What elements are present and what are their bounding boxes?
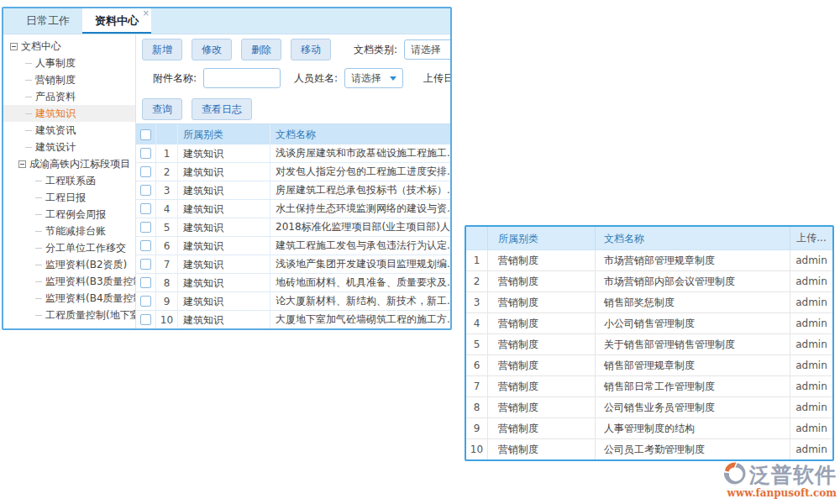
index-column-header: [466, 227, 488, 249]
tree-node-supervision-b4[interactable]: 监理资料(B4质量控制): [3, 290, 135, 307]
tree-node-label: 人事制度: [35, 56, 76, 71]
tree-node-supervision-b2[interactable]: 监理资料(B2资质): [3, 256, 135, 273]
table-row[interactable]: 10 营销制度 公司员工考勤管理制度 admin: [466, 439, 832, 460]
tree-node-energy-ledger[interactable]: 节能减排台账: [3, 223, 135, 239]
table-row[interactable]: 8 建筑知识 地砖地面材料、机具准备、质量要求及...: [136, 274, 452, 292]
chevron-down-icon: [390, 76, 396, 81]
table-row[interactable]: 6 建筑知识 建筑工程施工发包与承包违法行为认定...: [136, 237, 452, 255]
tree-node-building-knowledge[interactable]: 建筑知识: [3, 105, 135, 122]
tree-node-supervision-b3[interactable]: 监理资料(B3质量控制): [3, 273, 135, 290]
table-row[interactable]: 9 建筑知识 论大厦新材料、新结构、新技术，新工...: [136, 292, 452, 311]
tree-node-project-root[interactable]: 成渝高铁内江标段项目: [3, 155, 135, 172]
tree-line: [25, 63, 32, 64]
tree-line: [35, 231, 42, 232]
tree-node-project-letter[interactable]: 工程联系函: [3, 172, 135, 189]
tree-line: [35, 298, 42, 299]
row-checkbox[interactable]: [140, 240, 151, 251]
row-checkbox[interactable]: [140, 314, 151, 325]
tree-node-label: 工程例会周报: [45, 207, 106, 222]
table-row[interactable]: 5 营销制度 关于销售部管理销售管理制度 admin: [466, 334, 832, 355]
tree-node-label: 节能减排台账: [45, 224, 106, 239]
doc-type-select[interactable]: 请选择: [404, 39, 452, 60]
document-list-pane: 新增 修改 删除 移动 文档类别: 请选择 文档 附件名称: 人员姓名: 请选择: [136, 34, 452, 328]
tree-node-label: 营销制度: [35, 73, 76, 87]
tab-daily-work[interactable]: 日常工作: [13, 8, 82, 34]
person-name-select[interactable]: 请选择: [344, 68, 403, 88]
tree-node-daily-report[interactable]: 工程日报: [3, 189, 135, 206]
view-log-button[interactable]: 查看日志: [192, 98, 252, 120]
tree-line: [25, 113, 32, 114]
tree-node-label: 工程日报: [45, 191, 86, 205]
doc-type-value: 请选择: [411, 43, 441, 57]
tree-line: [25, 97, 32, 97]
table-row[interactable]: 2 建筑知识 对发包人指定分包的工程施工进度安排...: [136, 163, 452, 181]
tree-line: [25, 147, 32, 148]
delete-button[interactable]: 删除: [241, 39, 281, 60]
tree-node-marketing-rules[interactable]: 营销制度: [3, 71, 135, 88]
marketing-documents-table: 所属别类 文档名称 上传... 1 营销制度 市场营销部管理规章制度 admin…: [465, 225, 834, 461]
row-checkbox[interactable]: [140, 222, 151, 233]
select-all-checkbox[interactable]: [140, 129, 151, 140]
close-icon[interactable]: ×: [143, 9, 150, 18]
toolbar-row: 新增 修改 删除 移动 文档类别: 请选择 文档: [142, 39, 452, 60]
table-row[interactable]: 8 营销制度 公司销售业务员管理制度 admin: [466, 397, 832, 418]
row-checkbox[interactable]: [140, 148, 151, 159]
table-row[interactable]: 4 建筑知识 水土保持生态环境监测网络的建设与资...: [136, 200, 452, 218]
document-table-header: 所属别类 文档名称: [136, 124, 452, 144]
index-column-header: [156, 124, 178, 144]
table-row[interactable]: 5 建筑知识 2018标准化监理项目部(业主项目部)人员...: [136, 218, 452, 237]
tree-node-product-data[interactable]: 产品资料: [3, 88, 135, 105]
fanpu-logo-icon: [721, 461, 748, 490]
tree-node-label: 文档中心: [21, 39, 61, 54]
table-row[interactable]: 1 建筑知识 浅谈房屋建筑和市政基础设施工程施工...: [136, 144, 452, 163]
row-checkbox[interactable]: [140, 277, 151, 288]
tree-node-weekly-meeting[interactable]: 工程例会周报: [3, 206, 135, 223]
table-row[interactable]: 7 营销制度 销售部日常工作管理制度 admin: [466, 376, 832, 397]
row-checkbox[interactable]: [140, 166, 151, 177]
tree-node-label: 工程联系函: [45, 174, 96, 188]
attachment-name-input[interactable]: [203, 68, 281, 88]
tree-line: [35, 281, 42, 282]
tree-node-label: 工程质量控制(地下室): [45, 308, 136, 323]
table-row[interactable]: 6 营销制度 销售部管理规章制度 admin: [466, 355, 832, 376]
add-button[interactable]: 新增: [142, 39, 182, 60]
category-column-header: 所属别类: [488, 227, 596, 249]
vendor-branding: 泛普软件 www.fanpusoft.com: [719, 461, 837, 499]
document-table: 所属别类 文档名称 1 建筑知识 浅谈房屋建筑和市政基础设施工程施工... 2 …: [136, 123, 452, 329]
move-button[interactable]: 移动: [291, 39, 331, 60]
marketing-table-header: 所属别类 文档名称 上传...: [466, 227, 832, 250]
table-row[interactable]: 4 营销制度 小公司销售管理制度 admin: [466, 313, 832, 334]
tree-node-label: 监理资料(B2资质): [45, 258, 127, 272]
tab-data-center[interactable]: 资料中心 ×: [82, 8, 151, 34]
tree-node-building-news[interactable]: 建筑资讯: [3, 122, 135, 139]
table-row[interactable]: 1 营销制度 市场营销部管理规章制度 admin: [466, 250, 832, 271]
edit-button[interactable]: 修改: [192, 39, 232, 60]
row-checkbox[interactable]: [140, 296, 151, 307]
table-row[interactable]: 10 建筑知识 大厦地下室加气砼墙砌筑工程的施工方...: [136, 311, 452, 329]
row-checkbox[interactable]: [140, 185, 151, 196]
table-row[interactable]: 3 建筑知识 房屋建筑工程总承包投标书（技术标）...: [136, 181, 452, 200]
table-row[interactable]: 3 营销制度 销售部奖惩制度 admin: [466, 292, 832, 313]
tree-node-work-transfer[interactable]: 分工单位工作移交: [3, 239, 135, 256]
row-checkbox[interactable]: [140, 203, 151, 214]
vendor-name: 泛普软件: [749, 463, 837, 488]
name-column-header: 文档名称: [270, 128, 452, 142]
collapse-icon[interactable]: [18, 160, 26, 168]
table-row[interactable]: 2 营销制度 市场营销部内部会议管理制度 admin: [466, 271, 832, 292]
query-button[interactable]: 查询: [142, 98, 182, 120]
person-name-value: 请选择: [351, 71, 381, 86]
tree-line: [35, 214, 42, 215]
tree-node-hr-rules[interactable]: 人事制度: [3, 55, 135, 71]
document-tree-sidebar: 文档中心 人事制度 营销制度 产品资料 建筑知识 建筑资讯: [3, 34, 136, 328]
name-column-header: 文档名称: [596, 227, 790, 249]
tree-node-label: 监理资料(B3质量控制): [45, 275, 136, 289]
collapse-icon[interactable]: [10, 43, 18, 50]
table-row[interactable]: 9 营销制度 人事管理制度的结构 admin: [466, 418, 832, 439]
row-checkbox[interactable]: [140, 259, 151, 270]
table-row[interactable]: 7 建筑知识 浅谈地产集团开发建设项目监理规划编...: [136, 255, 452, 274]
vendor-website-link[interactable]: www.fanpusoft.com: [727, 487, 837, 499]
tree-node-clipped[interactable]: [3, 323, 135, 328]
tree-node-quality-basement[interactable]: 工程质量控制(地下室): [3, 307, 135, 323]
tree-node-building-design[interactable]: 建筑设计: [3, 139, 135, 155]
tree-node-doc-center[interactable]: 文档中心: [3, 38, 135, 55]
